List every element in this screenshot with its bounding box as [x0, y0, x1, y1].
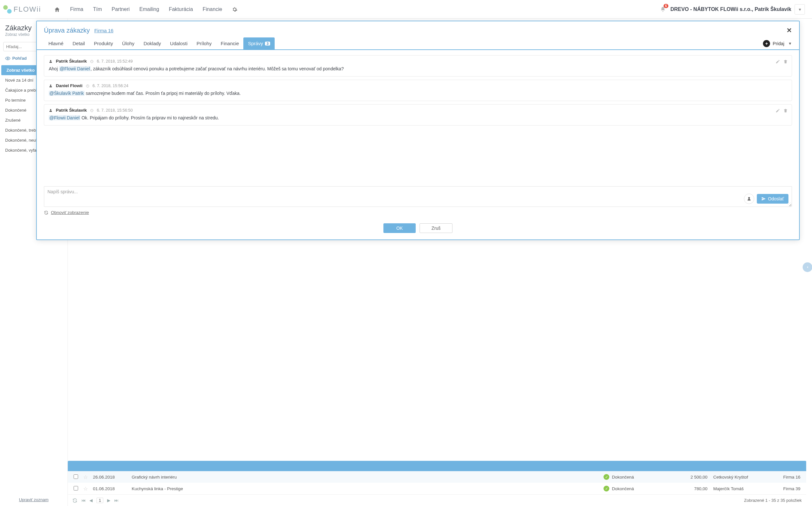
message: Patrik Škulavík 6. 7. 2018, 15:56:50@Flo…	[44, 104, 792, 125]
add-recipient-icon[interactable]	[744, 194, 754, 204]
row-name: Grafický návrh interiéru	[132, 475, 603, 480]
nav-tim[interactable]: Tím	[93, 6, 102, 12]
tab-detail[interactable]: Detail	[68, 37, 89, 50]
pager-summary: Zobrazené 1 - 35 z 35 položiek	[744, 498, 802, 503]
logo-icon	[3, 5, 12, 13]
close-icon[interactable]: ✕	[787, 26, 792, 34]
message-time: 6. 7. 2018, 15:56:50	[97, 108, 133, 113]
edit-icon[interactable]	[776, 108, 780, 113]
trash-icon[interactable]	[783, 108, 788, 113]
message: Patrik Škulavík 6. 7. 2018, 15:52:49Ahoj…	[44, 55, 792, 77]
row-checkbox[interactable]	[74, 475, 78, 479]
star-icon[interactable]: ☆	[83, 474, 93, 480]
message-time: 6. 7. 2018, 15:56:24	[93, 84, 129, 88]
pager-next[interactable]: ▶	[107, 498, 110, 503]
row-status: Dokončená	[612, 486, 634, 491]
user-icon	[49, 84, 53, 88]
tab-badge: 3	[265, 41, 270, 46]
row-checkbox[interactable]	[74, 486, 78, 491]
clock-icon	[86, 84, 89, 88]
logo[interactable]: FLOWii	[3, 5, 41, 13]
home-icon[interactable]	[54, 5, 60, 13]
row-amount: 780,00	[674, 486, 713, 491]
notification-badge: 6	[663, 4, 669, 8]
row-firm: Firma 39	[772, 486, 800, 491]
refresh-icon	[44, 210, 49, 215]
pager-first[interactable]: ⏮	[81, 498, 86, 503]
table-row[interactable]: ☆ 26.06.2018 Grafický návrh interiéru ✓D…	[68, 471, 806, 483]
company-label[interactable]: DREVO - NÁBYTOK FLOWii s.r.o., Patrik Šk…	[670, 6, 791, 12]
nav-fakturacia[interactable]: Fakturácia	[169, 6, 193, 12]
gear-icon[interactable]	[232, 6, 238, 13]
mention[interactable]: @Škulavík Patrik	[49, 91, 85, 96]
trash-icon[interactable]	[783, 59, 788, 64]
message-time: 6. 7. 2018, 15:52:49	[97, 59, 133, 64]
mention[interactable]: @Flowii Daniel	[49, 115, 80, 120]
nav-items: Firma Tím Partneri Emailing Fakturácia F…	[54, 5, 238, 13]
mention[interactable]: @Flowii Daniel	[59, 66, 91, 71]
tab-správy[interactable]: Správy3	[243, 37, 275, 50]
tab-financie[interactable]: Financie	[216, 37, 244, 50]
view-label: Pohľad	[12, 56, 27, 61]
user-icon	[49, 108, 53, 113]
nav-firma[interactable]: Firma	[70, 6, 83, 12]
edit-order-modal: Úprava zákazky Firma 16 ✕ HlavnéDetailPr…	[36, 21, 800, 240]
tab-úlohy[interactable]: Úlohy	[117, 37, 139, 50]
refresh-icon[interactable]	[72, 498, 77, 503]
tab-doklady[interactable]: Doklady	[139, 37, 166, 50]
add-button[interactable]: + Pridaj ▼	[763, 38, 792, 49]
tab-prílohy[interactable]: Prílohy	[192, 37, 216, 50]
row-amount: 2 500,00	[674, 475, 713, 480]
resize-handle-icon: ⋰	[788, 202, 791, 206]
clock-icon	[90, 108, 94, 113]
ok-button[interactable]: OK	[384, 223, 416, 233]
row-person: Cetkovský Kryštof	[713, 475, 772, 480]
row-person: Majerčík Tomáš	[713, 486, 772, 491]
modal-tabs: HlavnéDetailProduktyÚlohyDokladyUdalosti…	[37, 37, 799, 50]
tab-hlavné[interactable]: Hlavné	[44, 37, 68, 50]
edit-list-link[interactable]: Upraviť zoznam	[19, 497, 49, 502]
pager-last[interactable]: ⏭	[114, 498, 118, 503]
tab-produkty[interactable]: Produkty	[89, 37, 117, 50]
message-body: Ahoj @Flowii Daniel, zákazník odsúhlasil…	[49, 66, 787, 72]
send-button[interactable]: Odoslať	[757, 194, 789, 203]
chevron-down-icon: ▼	[788, 41, 792, 46]
pager-bar: ⏮ ◀ 1 ▶ ⏭ Zobrazené 1 - 35 z 35 položiek	[68, 494, 806, 506]
modal-title: Úprava zákazky	[44, 27, 90, 34]
add-label: Pridaj	[773, 41, 784, 46]
user-icon	[49, 59, 53, 64]
refresh-link[interactable]: Obnoviť zobrazenie	[51, 210, 89, 215]
pager-prev[interactable]: ◀	[89, 498, 93, 503]
modal-company-link[interactable]: Firma 16	[94, 28, 113, 33]
nav-partneri[interactable]: Partneri	[112, 6, 130, 12]
send-label: Odoslať	[768, 196, 784, 201]
top-nav: FLOWii Firma Tím Partneri Emailing Faktu…	[0, 0, 812, 19]
check-icon: ✓	[603, 474, 609, 480]
message-body: @Flowii Daniel Ok. Pripájam do prílohy. …	[49, 114, 787, 121]
table-row[interactable]: ☆ 01.06.2018 Kuchynská linka - Prestige …	[68, 483, 806, 494]
check-icon: ✓	[603, 486, 609, 492]
bell-icon[interactable]: 6	[660, 6, 666, 13]
message-body: @Škulavík Patrik samozrejme budem mať ča…	[49, 90, 787, 97]
nav-financie[interactable]: Financie	[203, 6, 222, 12]
edit-icon[interactable]	[776, 59, 780, 64]
message-author: Daniel Flowii	[56, 83, 83, 88]
row-firm: Firma 16	[772, 475, 800, 480]
row-name: Kuchynská linka - Prestige	[132, 486, 603, 491]
svg-point-0	[7, 58, 8, 59]
logo-text: FLOWii	[13, 5, 41, 13]
table-group-header	[68, 461, 806, 471]
cancel-button[interactable]: Zruš	[419, 223, 453, 233]
message-author: Patrik Škulavík	[56, 108, 87, 113]
pager-current[interactable]: 1	[96, 498, 103, 503]
row-date: 26.06.2018	[93, 475, 132, 480]
tab-udalosti[interactable]: Udalosti	[166, 37, 192, 50]
collapse-handle[interactable]	[803, 262, 812, 272]
nav-emailing[interactable]: Emailing	[140, 6, 159, 12]
message-composer[interactable]: Napíš správu... Odoslať ⋰	[44, 186, 792, 207]
star-icon[interactable]: ☆	[83, 486, 93, 492]
row-date: 01.06.2018	[93, 486, 132, 491]
row-status: Dokončená	[612, 475, 634, 480]
user-menu-caret[interactable]: ▾	[795, 4, 805, 14]
composer-placeholder: Napíš správu...	[48, 189, 78, 194]
